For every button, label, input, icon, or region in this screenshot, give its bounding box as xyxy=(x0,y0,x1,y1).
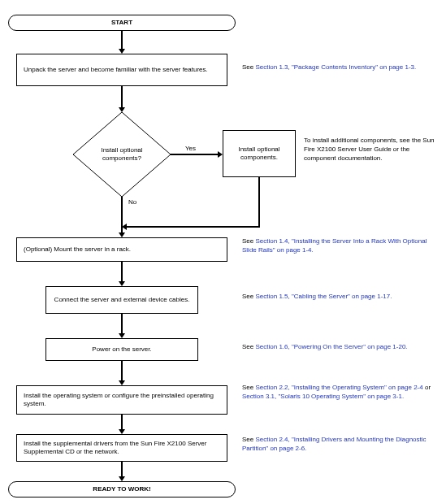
step-unpack: Unpack the server and become familiar wi… xyxy=(16,54,227,86)
step-os: Install the operating system or configur… xyxy=(16,385,227,415)
note-cables: See Section 1.5, "Cabling the Server" on… xyxy=(242,293,440,302)
arrow xyxy=(121,197,123,232)
terminator-start-label: START xyxy=(111,19,132,27)
note-drivers: See Section 2.4, "Installing Drivers and… xyxy=(242,436,440,454)
note-install-optional: To install additional components, see th… xyxy=(304,137,440,163)
arrow xyxy=(121,314,123,333)
note-power-link[interactable]: Section 1.6, "Powering On the Server" on… xyxy=(255,343,407,350)
step-drivers: Install the supplemental drivers from th… xyxy=(16,434,227,462)
note-os: See Section 2.2, "Installing the Operati… xyxy=(242,384,440,402)
arrow xyxy=(121,86,123,107)
note-prefix: See xyxy=(242,63,255,71)
flowchart-diagram: { "terminator_start": "START", "terminat… xyxy=(0,0,446,504)
arrow xyxy=(121,262,123,281)
note-prefix: See xyxy=(242,343,255,350)
edge-label-no: No xyxy=(128,198,136,206)
arrow xyxy=(121,415,123,429)
note-cables-link[interactable]: Section 1.5, "Cabling the Server" on pag… xyxy=(255,293,392,300)
note-mount-link[interactable]: Section 1.4, "Installing the Server Into… xyxy=(242,237,427,254)
arrow xyxy=(171,154,218,155)
note-install-optional-text: To install additional components, see th… xyxy=(304,137,435,162)
note-prefix: See xyxy=(242,384,255,391)
terminator-start: START xyxy=(8,15,236,31)
step-install-optional: Install optional components. xyxy=(223,130,296,177)
step-mount-text: (Optional) Mount the server in a rack. xyxy=(24,245,131,254)
note-power: See Section 1.6, "Powering On the Server… xyxy=(242,343,440,352)
note-prefix: See xyxy=(242,436,255,443)
terminator-end: READY TO WORK! xyxy=(8,481,236,497)
step-power: Power on the server. xyxy=(45,338,198,361)
step-mount: (Optional) Mount the server in a rack. xyxy=(16,237,227,262)
note-unpack: See Section 1.3, "Package Contents Inven… xyxy=(242,63,437,72)
arrow xyxy=(121,462,123,476)
step-power-text: Power on the server. xyxy=(92,345,151,354)
note-os-link1[interactable]: Section 2.2, "Installing the Operating S… xyxy=(255,384,422,391)
note-os-mid: or xyxy=(423,384,431,391)
terminator-end-label: READY TO WORK! xyxy=(93,485,150,493)
arrow xyxy=(121,361,123,380)
step-os-text: Install the operating system or configur… xyxy=(24,392,220,409)
step-install-optional-text: Install optional components. xyxy=(227,146,292,163)
note-os-link2[interactable]: Section 3.1, "Solaris 10 Operating Syste… xyxy=(242,393,404,400)
note-mount: See Section 1.4, "Installing the Server … xyxy=(242,237,440,255)
note-drivers-link[interactable]: Section 2.4, "Installing Drivers and Mou… xyxy=(242,436,427,452)
step-cables: Connect the server and external device c… xyxy=(45,286,198,314)
step-cables-text: Connect the server and external device c… xyxy=(54,296,190,304)
step-drivers-text: Install the supplemental drivers from th… xyxy=(24,440,220,457)
decision-text: Install optional components? xyxy=(89,146,154,163)
arrow xyxy=(258,177,260,226)
note-unpack-link[interactable]: Section 1.3, "Package Contents Inventory… xyxy=(255,63,416,71)
arrow xyxy=(121,31,123,49)
step-unpack-text: Unpack the server and become familiar wi… xyxy=(24,66,208,74)
edge-label-yes: Yes xyxy=(185,145,196,152)
note-prefix: See xyxy=(242,293,255,300)
note-prefix: See xyxy=(242,237,255,245)
arrow xyxy=(127,226,260,228)
